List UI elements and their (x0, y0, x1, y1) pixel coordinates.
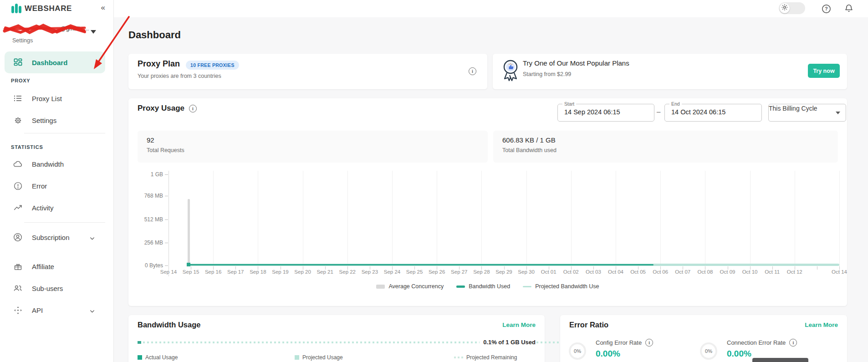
sidebar-item-settings[interactable]: Settings (5, 109, 105, 131)
svg-text:?: ? (825, 6, 827, 11)
bandwidth-learn-more-link[interactable]: Learn More (502, 321, 536, 328)
proxy-plan-title: Proxy Plan (138, 59, 180, 69)
chart-gridline (481, 171, 482, 274)
chart-gridline (258, 171, 258, 274)
sidebar-item-bandwidth[interactable]: Bandwidth (5, 153, 105, 175)
legend-label: Projected Bandwidth Use (535, 283, 599, 290)
legend-swatch (138, 355, 142, 360)
theme-toggle-knob (780, 3, 790, 13)
chart-legend-item: Projected Bandwidth Use (523, 283, 599, 290)
sidebar-item-label: Sub-users (32, 285, 63, 292)
nav-divider (24, 222, 105, 223)
sidebar-item-label: Settings (32, 117, 56, 124)
sidebar-item-subscription[interactable]: Subscription (5, 226, 105, 248)
bandwidth-usage-title: Bandwidth Usage (138, 321, 200, 329)
legend-label: Average Concurrency (388, 283, 444, 290)
sidebar-item-activity[interactable]: Activity (5, 197, 105, 219)
legend-swatch (523, 286, 531, 287)
legend-label: Projected Remaining (466, 354, 517, 361)
legend-label: Projected Usage (302, 354, 343, 361)
config-error-label: Config Error Rate i (596, 339, 653, 347)
chart-gridline (213, 171, 214, 274)
gear-icon (13, 116, 23, 125)
y-axis-line (168, 171, 169, 276)
connection-error-value: 0.00% (727, 349, 751, 359)
config-error-ring: 0% (569, 342, 586, 360)
sidebar-item-label: Subscription (32, 234, 70, 241)
y-axis-tick (165, 243, 168, 243)
config-error-value: 0.00% (596, 349, 620, 359)
chart-gridline (795, 171, 795, 274)
chart-gridline (705, 171, 705, 274)
connection-error-label-text: Connection Error Rate (727, 339, 786, 346)
proxy-plan-info-icon[interactable]: i (469, 67, 476, 75)
legend-label: Actual Usage (145, 354, 178, 361)
error-learn-more-link[interactable]: Learn More (805, 321, 838, 328)
bandwidth-legend-item-projected-usage: Projected Usage (295, 354, 343, 361)
legend-swatch (376, 285, 385, 289)
config-error-label-text: Config Error Rate (596, 339, 642, 346)
sidebar-item-label: Bandwidth (32, 160, 64, 168)
chart-gridline (526, 171, 527, 274)
y-axis-tick (165, 265, 168, 266)
chart-gridline (616, 171, 616, 274)
y-axis-label: 768 MB (131, 193, 163, 199)
dashboard-grid-icon (13, 58, 23, 67)
x-axis-label: Oct 12 (781, 269, 809, 275)
error-circle-icon (13, 181, 23, 191)
activity-icon (13, 203, 23, 213)
chart-gridline (437, 171, 437, 274)
promo-subtitle: Starting from $2.99 (523, 71, 571, 77)
nav-divider (24, 133, 105, 133)
sidebar: WEBSHARE « @gmail.c... Settings Dashboar… (0, 0, 114, 362)
dark-overlay-fragment (752, 358, 808, 362)
sidebar-item-sub-users[interactable]: Sub-users (5, 277, 105, 299)
person-circle-icon (13, 232, 23, 242)
sidebar-item-proxy-list[interactable]: Proxy List (5, 87, 105, 109)
y-axis-label: 0 Bytes (131, 262, 163, 269)
free-proxies-badge: 10 FREE PROXIES (186, 61, 239, 70)
sidebar-item-label: Affiliate (32, 263, 54, 270)
medal-thumbs-up-icon (500, 56, 521, 87)
sidebar-item-dashboard[interactable]: Dashboard (5, 51, 105, 73)
help-icon[interactable]: ? (821, 3, 832, 14)
usage-chart: 1 GB768 MB512 MB256 MB0 BytesSep 14Sep 1… (128, 98, 847, 306)
y-axis-tick (165, 174, 168, 175)
sidebar-item-label: Proxy List (32, 95, 62, 102)
chart-legend-item: Bandwidth Used (456, 283, 510, 290)
nav-section-label-proxy: PROXY (11, 78, 31, 83)
bandwidth-used-line (189, 264, 654, 265)
y-axis-tick (165, 219, 168, 220)
chart-gridline (660, 171, 661, 274)
bandwidth-used-marker (187, 263, 190, 266)
sidebar-nav: DashboardPROXYProxy ListSettingsSTATISTI… (0, 0, 113, 362)
sidebar-item-api[interactable]: API (5, 299, 105, 321)
avg-concurrency-bar (188, 199, 190, 265)
legend-swatch (456, 286, 465, 288)
chevron-down-icon (89, 308, 95, 316)
theme-toggle[interactable] (779, 2, 805, 14)
try-now-button[interactable]: Try now (808, 64, 840, 78)
cloud-icon (13, 159, 23, 169)
sidebar-item-affiliate[interactable]: Affiliate (5, 255, 105, 277)
proxy-plan-card: Proxy Plan 10 FREE PROXIES Your proxies … (128, 54, 487, 89)
proxy-plan-subtitle: Your proxies are from 3 countries (138, 73, 221, 79)
chart-gridline (839, 171, 840, 274)
legend-swatch (295, 355, 299, 360)
sidebar-item-label: Dashboard (32, 59, 67, 66)
legend-label: Bandwidth Used (469, 283, 510, 290)
config-error-info-icon[interactable]: i (645, 339, 653, 347)
bell-icon[interactable] (843, 3, 854, 14)
legend-swatch (454, 357, 463, 358)
list-icon (13, 94, 23, 103)
bandwidth-legend-item-actual-usage: Actual Usage (138, 354, 178, 361)
topbar: ? (113, 0, 868, 17)
promo-title: Try One of Our Most Popular Plans (523, 59, 629, 67)
sidebar-item-error[interactable]: Error (5, 175, 105, 197)
error-ratio-card: Error Ratio Learn More 0% Config Error R… (560, 315, 847, 362)
chart-gridline (571, 171, 572, 274)
sidebar-item-label: API (32, 306, 43, 314)
sun-icon (781, 4, 788, 13)
projected-remaining-dots (143, 342, 608, 343)
connection-error-info-icon[interactable]: i (789, 339, 797, 347)
